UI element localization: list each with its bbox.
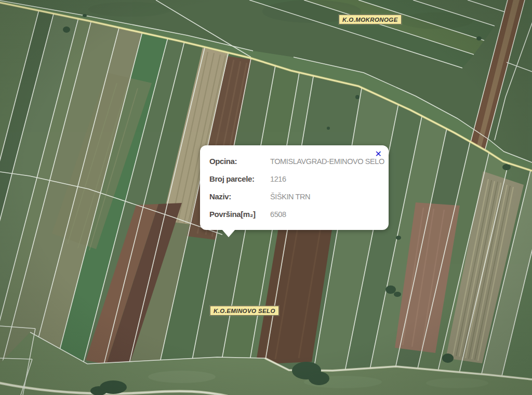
attribute-value: 1216 bbox=[270, 173, 286, 185]
attribute-value: 6508 bbox=[270, 209, 286, 220]
parcel-info-popup: ✕ Opcina: TOMISLAVGRAD-EMINOVO SELO Broj… bbox=[200, 145, 389, 230]
map-viewer: K.O.MOKRONOGE K.O.EMINOVO SELO ✕ Opcina:… bbox=[0, 0, 532, 395]
attribute-label: Površina[m₂] bbox=[209, 209, 270, 220]
attribute-row-opcina: Opcina: TOMISLAVGRAD-EMINOVO SELO bbox=[209, 156, 379, 167]
parcel-attributes: Opcina: TOMISLAVGRAD-EMINOVO SELO Broj p… bbox=[200, 145, 389, 220]
region-label-ko-mokronoge: K.O.MOKRONOGE bbox=[339, 15, 402, 24]
attribute-row-broj-parcele: Broj parcele: 1216 bbox=[209, 173, 379, 185]
attribute-row-povrsina: Površina[m₂] 6508 bbox=[209, 209, 379, 220]
close-icon[interactable]: ✕ bbox=[374, 149, 383, 159]
attribute-label: Broj parcele: bbox=[209, 173, 270, 185]
attribute-value: ŠIŠKIN TRN bbox=[270, 191, 310, 202]
attribute-value: TOMISLAVGRAD-EMINOVO SELO bbox=[270, 156, 384, 167]
attribute-label: Opcina: bbox=[209, 156, 270, 167]
attribute-row-naziv: Naziv: ŠIŠKIN TRN bbox=[209, 191, 379, 202]
attribute-label: Naziv: bbox=[209, 191, 270, 202]
popup-tail-pointer bbox=[222, 229, 235, 237]
region-label-ko-eminovo-selo: K.O.EMINOVO SELO bbox=[210, 306, 279, 316]
